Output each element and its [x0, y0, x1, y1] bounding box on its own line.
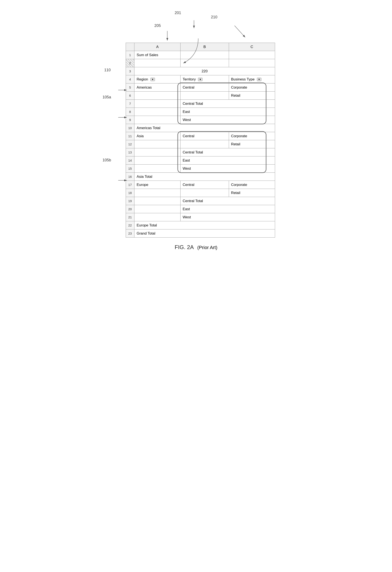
cell-22-span: Europe Total: [134, 221, 275, 229]
cell-11b: Central: [181, 132, 229, 140]
col-header-c: C: [229, 43, 275, 51]
svg-line-2: [235, 26, 245, 37]
row-num-14: 14: [126, 157, 134, 165]
row-num-17: 17: [126, 181, 134, 189]
cell-19bc: Central Total: [181, 197, 275, 205]
row-num-11: 11: [126, 132, 134, 140]
table-row: 11 Asia Central Corporate: [126, 132, 275, 140]
cell-18a: [134, 189, 181, 197]
cell-20a: [134, 205, 181, 213]
row-num-10: 10: [126, 124, 134, 132]
cell-12a: [134, 140, 181, 148]
table-row: 23 Grand Total: [126, 229, 275, 238]
cell-5c: Corporate: [229, 83, 275, 92]
annotation-105a: 105a: [103, 95, 111, 99]
row-num-23: 23: [126, 229, 134, 238]
cell-14bc: East: [181, 157, 275, 165]
row-num-8: 8: [126, 108, 134, 116]
annotation-205: 205: [155, 23, 161, 28]
cell-1a: Sum of Sales: [134, 51, 181, 59]
cell-3-span: 220: [134, 67, 275, 75]
region-dropdown[interactable]: ▼: [150, 78, 155, 81]
row-num-22: 22: [126, 221, 134, 229]
table-row: 17 Europe Central Corporate: [126, 181, 275, 189]
cell-15bc: West: [181, 165, 275, 173]
table-row: 8 East: [126, 108, 275, 116]
cell-18b: [181, 189, 229, 197]
row-num-5: 5: [126, 83, 134, 92]
table-row: 2: [126, 59, 275, 67]
table-row: 6 Retail: [126, 92, 275, 100]
cell-4a: Region ▼: [134, 75, 181, 83]
row-num-18: 18: [126, 189, 134, 197]
row-num-6: 6: [126, 92, 134, 100]
row-num-1: 1: [126, 51, 134, 59]
table-row: 7 Central Total: [126, 100, 275, 108]
cell-6b: [181, 92, 229, 100]
table-row: 13 Central Total: [126, 148, 275, 157]
row-num-2: 2: [126, 59, 134, 67]
table-row: 16 Asia Total: [126, 173, 275, 181]
cell-8bc: East: [181, 108, 275, 116]
cell-2b: [181, 59, 229, 67]
annotation-110: 110: [104, 68, 111, 72]
diagram-container: 201 205 210 110 105a 105b A B C 1 Sum of…: [113, 21, 279, 251]
annotation-201: 201: [175, 11, 181, 15]
cell-1b: [181, 51, 229, 59]
cell-10-span: Americas Total: [134, 124, 275, 132]
table-row: 18 Retail: [126, 189, 275, 197]
row-num-16: 16: [126, 173, 134, 181]
cell-12c: Retail: [229, 140, 275, 148]
table-row: 14 East: [126, 157, 275, 165]
territory-dropdown[interactable]: ▼: [198, 78, 203, 81]
cell-7a: [134, 100, 181, 108]
annotation-210: 210: [211, 15, 218, 19]
cell-6a: [134, 92, 181, 100]
row-num-4: 4: [126, 75, 134, 83]
row-num-15: 15: [126, 165, 134, 173]
table-row: 20 East: [126, 205, 275, 213]
cell-14a: [134, 157, 181, 165]
cell-19a: [134, 197, 181, 205]
cell-9bc: West: [181, 116, 275, 124]
table-row: 19 Central Total: [126, 197, 275, 205]
cell-21bc: West: [181, 213, 275, 221]
cell-20bc: East: [181, 205, 275, 213]
table-row: 22 Europe Total: [126, 221, 275, 229]
table-row: 5 Americas Central Corporate: [126, 83, 275, 92]
col-header-a: A: [134, 43, 181, 51]
table-row: 4 Region ▼ Territory ▼ Business Type ▼: [126, 75, 275, 83]
cell-8a: [134, 108, 181, 116]
row-num-19: 19: [126, 197, 134, 205]
cell-4b: Territory ▼: [181, 75, 229, 83]
cell-16-span: Asia Total: [134, 173, 275, 181]
table-row: 10 Americas Total: [126, 124, 275, 132]
figure-note: (Prior Art): [197, 245, 217, 250]
cell-2a: [134, 59, 181, 67]
col-header-rownum: [126, 43, 134, 51]
cell-17c: Corporate: [229, 181, 275, 189]
cell-13bc: Central Total: [181, 148, 275, 157]
table-row: 15 West: [126, 165, 275, 173]
cell-12b: [181, 140, 229, 148]
row-num-21: 21: [126, 213, 134, 221]
cell-4c: Business Type ▼: [229, 75, 275, 83]
annotation-105b: 105b: [103, 158, 111, 162]
cell-2c: [229, 59, 275, 67]
row-num-12: 12: [126, 140, 134, 148]
row-num-20: 20: [126, 205, 134, 213]
cell-11c: Corporate: [229, 132, 275, 140]
table-row: 9 West: [126, 116, 275, 124]
table-row: 1 Sum of Sales: [126, 51, 275, 59]
cell-15a: [134, 165, 181, 173]
table-row: 12 Retail: [126, 140, 275, 148]
cell-7bc: Central Total: [181, 100, 275, 108]
table-row: 3 220: [126, 67, 275, 75]
cell-23-span: Grand Total: [134, 229, 275, 238]
col-header-b: B: [181, 43, 229, 51]
cell-21a: [134, 213, 181, 221]
row-num-3: 3: [126, 67, 134, 75]
cell-17a: Europe: [134, 181, 181, 189]
row-num-7: 7: [126, 100, 134, 108]
businesstype-dropdown[interactable]: ▼: [257, 78, 261, 81]
